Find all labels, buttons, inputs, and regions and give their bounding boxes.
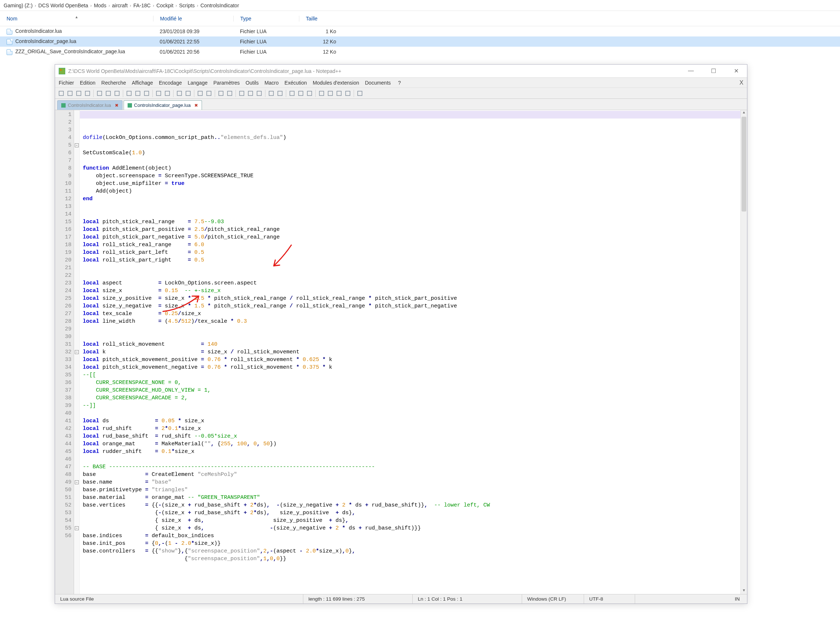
menu-item[interactable]: Exécution [284, 80, 307, 86]
col-modified[interactable]: Modifié le [153, 16, 233, 21]
scrollbar-thumb[interactable] [741, 117, 746, 211]
breadcrumb-segment[interactable]: ControlsIndicator [201, 3, 239, 8]
breadcrumb-segment[interactable]: FA-18C [133, 3, 150, 8]
columns-header[interactable]: ▲Nom Modifié le Type Taille [0, 11, 840, 26]
breadcrumb-segment[interactable]: Cockpit [157, 3, 174, 8]
stop-icon[interactable] [335, 90, 343, 98]
cut-icon[interactable] [125, 90, 133, 98]
svg-rect-9 [144, 91, 149, 96]
code-area[interactable]: dofile(LockOn_Options.common_script_path… [80, 110, 741, 594]
breadcrumb[interactable]: Gaming) (Z:) › DCS World OpenBeta › Mods… [0, 0, 840, 11]
all-chars-icon[interactable] [246, 90, 254, 98]
toolbar-separator [152, 90, 153, 97]
wrap-icon[interactable] [238, 90, 246, 98]
show-all-icon[interactable] [356, 90, 364, 98]
fold-toggle-icon[interactable]: − [75, 143, 79, 147]
tab-close-icon[interactable]: ✖ [115, 103, 118, 108]
editor-tab[interactable]: ControlsIndicator_page.lua✖ [124, 100, 202, 110]
file-name: ControlsIndicator.lua [0, 28, 153, 34]
folder-tree-icon[interactable] [288, 90, 296, 98]
save-icon[interactable] [75, 90, 83, 98]
menu-item[interactable]: Documents [365, 80, 391, 86]
file-icon [61, 103, 65, 107]
menu-item[interactable]: Affichage [132, 80, 153, 86]
paste-icon[interactable] [142, 90, 150, 98]
sync-v-icon[interactable] [217, 90, 225, 98]
file-row[interactable]: ZZZ_ORIGAL_Save_ControlsIndicator_page.l… [0, 47, 840, 57]
close-button[interactable]: ✕ [729, 67, 743, 74]
editor-tab[interactable]: ControlsIndicator.lua✖ [57, 100, 123, 110]
svg-rect-8 [136, 91, 140, 96]
menu-close-x[interactable]: X [739, 80, 743, 86]
close-all-icon[interactable] [113, 90, 121, 98]
notepadpp-window: Z:\DCS World OpenBeta\Mods\aircraft\FA-1… [55, 64, 747, 604]
minimize-button[interactable]: — [683, 67, 698, 74]
record-icon[interactable] [318, 90, 326, 98]
file-modified: 23/01/2018 09:39 [153, 29, 233, 34]
status-bar: Lua source File length : 11 699 lines : … [55, 594, 747, 603]
undo-icon[interactable] [155, 90, 163, 98]
toolbar-separator [286, 90, 286, 97]
menu-item[interactable]: Paramètres [213, 80, 240, 86]
scroll-down-icon[interactable]: ▼ [741, 588, 747, 594]
menu-bar: FichierEditionRechercheAffichageEncodage… [55, 78, 747, 88]
close-icon[interactable] [104, 90, 112, 98]
breadcrumb-segment[interactable]: Scripts [179, 3, 195, 8]
file-row[interactable]: ControlsIndicator_page.lua01/06/2021 22:… [0, 37, 840, 47]
chevron-right-icon: › [130, 3, 131, 8]
col-name[interactable]: ▲Nom [0, 16, 153, 21]
zoom-out-icon[interactable] [205, 90, 213, 98]
sync-h-icon[interactable] [226, 90, 234, 98]
svg-rect-6 [115, 91, 119, 96]
breadcrumb-segment[interactable]: Mods [94, 3, 106, 8]
menu-item[interactable]: Encodage [159, 80, 182, 86]
fold-toggle-icon[interactable]: − [75, 480, 79, 484]
menu-item[interactable]: ? [398, 80, 401, 86]
svg-rect-4 [97, 91, 102, 96]
menu-item[interactable]: Recherche [101, 80, 126, 86]
file-name: ZZZ_ORIGAL_Save_ControlsIndicator_page.l… [0, 48, 153, 55]
save-all-icon[interactable] [83, 90, 91, 98]
menu-item[interactable]: Macro [264, 80, 279, 86]
new-file-icon[interactable] [57, 90, 65, 98]
fold-icon[interactable] [267, 90, 275, 98]
fold-toggle-icon[interactable]: − [75, 350, 79, 354]
toolbar-separator [265, 90, 265, 97]
playback-icon[interactable] [344, 90, 352, 98]
col-size[interactable]: Taille [299, 16, 343, 21]
replace-icon[interactable] [184, 90, 192, 98]
menu-item[interactable]: Edition [80, 80, 96, 86]
sort-indicator-icon: ▲ [75, 15, 78, 19]
open-icon[interactable] [66, 90, 74, 98]
print-icon[interactable] [96, 90, 104, 98]
menu-item[interactable]: Fichier [59, 80, 74, 86]
breadcrumb-segment[interactable]: aircraft [112, 3, 128, 8]
toolbar-separator [354, 90, 354, 97]
menu-item[interactable]: Langage [188, 80, 208, 86]
vertical-scrollbar[interactable]: ▲ ▼ [741, 110, 747, 594]
redo-icon[interactable] [163, 90, 171, 98]
unfold-icon[interactable] [276, 90, 284, 98]
chevron-right-icon: › [109, 3, 110, 8]
menu-item[interactable]: Modules d'extension [313, 80, 359, 86]
indent-icon[interactable] [255, 90, 263, 98]
file-type: Fichier LUA [233, 38, 299, 45]
titlebar[interactable]: Z:\DCS World OpenBeta\Mods\aircraft\FA-1… [55, 64, 747, 78]
breadcrumb-segment[interactable]: Gaming) (Z:) [4, 3, 32, 8]
doc-map-icon[interactable] [297, 90, 305, 98]
tab-label: ControlsIndicator_page.lua [134, 102, 191, 108]
col-type[interactable]: Type [233, 16, 299, 21]
file-row[interactable]: ControlsIndicator.lua23/01/2018 09:39Fic… [0, 26, 840, 37]
tab-close-icon[interactable]: ✖ [194, 103, 198, 108]
zoom-in-icon[interactable] [196, 90, 204, 98]
maximize-button[interactable]: ☐ [706, 67, 721, 74]
scroll-up-icon[interactable]: ▲ [741, 110, 747, 116]
play-icon[interactable] [326, 90, 334, 98]
breadcrumb-segment[interactable]: DCS World OpenBeta [38, 3, 88, 8]
menu-item[interactable]: Outils [246, 80, 259, 86]
find-icon[interactable] [176, 90, 184, 98]
function-list-icon[interactable] [305, 90, 313, 98]
fold-toggle-icon[interactable]: − [75, 526, 79, 530]
editor-tabs: ControlsIndicator.lua✖ControlsIndicator_… [55, 99, 747, 110]
copy-icon[interactable] [134, 90, 142, 98]
